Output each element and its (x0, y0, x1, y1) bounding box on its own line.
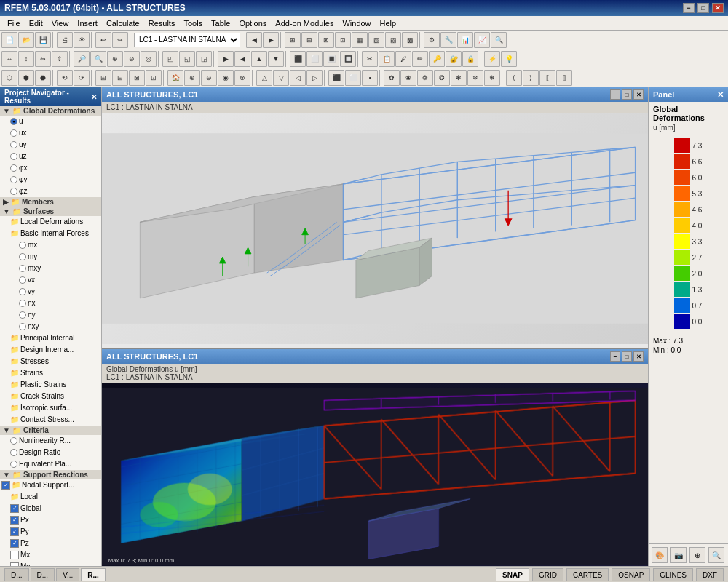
tb3-4[interactable]: ⟲ (57, 70, 73, 86)
tb-b4[interactable]: ⊡ (335, 32, 351, 48)
radio-u[interactable]: ● (10, 118, 17, 125)
tb2-5[interactable]: 🔎 (74, 51, 90, 67)
tb-c5[interactable]: 🔍 (491, 32, 507, 48)
nav-item-u[interactable]: ● u (0, 116, 101, 127)
tb3-6[interactable]: ⊞ (95, 70, 111, 86)
tb-b8[interactable]: ▩ (402, 32, 418, 48)
nav-item-nodal-support[interactable]: ✓ 📁 Nodal Support... (0, 479, 101, 491)
tb3-1[interactable]: ⬡ (1, 70, 17, 86)
tb3-30[interactable]: ⟩ (523, 70, 539, 86)
nav-item-local-def[interactable]: 📁 Local Deformations (0, 216, 101, 228)
menu-tools[interactable]: Tools (179, 16, 207, 31)
nav-item-nxy[interactable]: nxy (0, 321, 101, 332)
nav-item-my[interactable]: my (0, 251, 101, 263)
tb2-29[interactable]: 💡 (501, 51, 517, 67)
tb-c3[interactable]: 📊 (457, 32, 473, 48)
nav-item-contact[interactable]: 📁 Contact Stress... (0, 414, 101, 426)
panel-btn-3[interactable]: ⊕ (689, 547, 705, 563)
panel-btn-zoom[interactable]: 🔍 (708, 547, 724, 563)
tb-b3[interactable]: ⊠ (318, 32, 334, 48)
nav-item-basic-internal[interactable]: 📁 Basic Internal Forces (0, 228, 101, 239)
tb-undo[interactable]: ↩ (95, 32, 111, 48)
nav-section-support[interactable]: ▼ 📁 Support Reactions (0, 470, 101, 479)
nav-item-mxy[interactable]: mxy (0, 263, 101, 274)
tb-open[interactable]: 📂 (18, 32, 34, 48)
radio-mxy[interactable] (19, 265, 26, 272)
nav-section-surfaces[interactable]: ▼ 📁 Surfaces (0, 207, 101, 216)
tb2-17[interactable]: ⬛ (290, 51, 306, 67)
status-cartes[interactable]: CARTES (566, 568, 609, 581)
tb-print[interactable]: 🖨 (57, 32, 73, 48)
check-global[interactable]: ✓ (10, 504, 19, 513)
nav-item-ny[interactable]: ny (0, 309, 101, 321)
nav-item-my2[interactable]: My (0, 561, 101, 566)
tb3-7[interactable]: ⊟ (112, 70, 128, 86)
tb2-8[interactable]: ⊖ (124, 51, 140, 67)
tb3-16[interactable]: ▽ (273, 70, 289, 86)
nav-item-py[interactable]: ✓ Py (0, 526, 101, 538)
tb2-19[interactable]: 🔳 (323, 51, 339, 67)
tb3-11[interactable]: ⊕ (184, 70, 200, 86)
nav-item-uz[interactable]: uz (0, 151, 101, 162)
tb2-13[interactable]: ▶ (218, 51, 234, 67)
nav-item-vy[interactable]: vy (0, 286, 101, 298)
nav-item-vx[interactable]: vx (0, 274, 101, 286)
tb2-26[interactable]: 🔐 (446, 51, 462, 67)
close-button[interactable]: ✕ (712, 3, 724, 13)
check-pz[interactable]: ✓ (10, 539, 19, 548)
menu-view[interactable]: View (47, 16, 74, 31)
tb-c2[interactable]: 🔧 (440, 32, 456, 48)
tb3-29[interactable]: ⟨ (506, 70, 522, 86)
tb-redo[interactable]: ↪ (112, 32, 128, 48)
status-dxf[interactable]: DXF (696, 568, 724, 581)
tb2-25[interactable]: 🔑 (429, 51, 445, 67)
tb2-10[interactable]: ◰ (162, 51, 178, 67)
tb3-10[interactable]: 🏠 (167, 70, 183, 86)
tb3-9[interactable]: ⊡ (146, 70, 162, 86)
radio-phix[interactable] (10, 164, 17, 172)
radio-phiz[interactable] (10, 188, 17, 195)
tb3-17[interactable]: ◁ (290, 70, 306, 86)
check-my[interactable] (10, 562, 19, 566)
radio-nx[interactable] (19, 300, 26, 307)
view-top-canvas[interactable] (102, 113, 648, 344)
panel-btn-1[interactable]: 🎨 (652, 547, 668, 563)
tb2-7[interactable]: ⊕ (107, 51, 123, 67)
check-nodal[interactable]: ✓ (1, 481, 10, 490)
nav-item-principal[interactable]: 📁 Principal Internal (0, 332, 101, 344)
nav-item-nonlinearity[interactable]: Nonlinearity R... (0, 435, 101, 447)
nav-item-phiy[interactable]: φy (0, 174, 101, 186)
view-bottom-close[interactable]: ✕ (633, 351, 644, 362)
minimize-button[interactable]: − (683, 3, 695, 13)
tb2-6[interactable]: 🔍 (90, 51, 106, 67)
radio-phiy[interactable] (10, 176, 17, 183)
tb2-28[interactable]: ⚡ (484, 51, 500, 67)
tb2-21[interactable]: ✂ (362, 51, 378, 67)
tb2-18[interactable]: ⬜ (306, 51, 323, 67)
radio-ny[interactable] (19, 311, 26, 319)
tb2-11[interactable]: ◱ (179, 51, 195, 67)
tb3-24[interactable]: ❁ (417, 70, 433, 86)
tb2-27[interactable]: 🔒 (462, 51, 478, 67)
radio-uy[interactable] (10, 141, 17, 148)
tb3-14[interactable]: ⊗ (234, 70, 250, 86)
status-tab-d2[interactable]: D... (31, 568, 55, 581)
nav-item-equiv-plastic[interactable]: Equivalent Pla... (0, 458, 101, 470)
tb-b5[interactable]: ▦ (352, 32, 368, 48)
nav-item-strains[interactable]: 📁 Strains (0, 367, 101, 379)
tb3-19[interactable]: ⬛ (328, 70, 344, 86)
radio-equiv[interactable] (10, 461, 17, 468)
tb-prev-lc[interactable]: ◀ (246, 32, 262, 48)
tb2-22[interactable]: 📋 (379, 51, 395, 67)
radio-nxy[interactable] (19, 323, 26, 330)
navigator-close[interactable]: ✕ (91, 93, 97, 101)
status-tab-v[interactable]: V... (56, 568, 79, 581)
menu-file[interactable]: File (3, 16, 25, 31)
nav-item-mx2[interactable]: Mx (0, 549, 101, 561)
view-top-maximize[interactable]: □ (622, 89, 632, 100)
menu-results[interactable]: Results (144, 16, 180, 31)
tb3-18[interactable]: ▷ (306, 70, 323, 86)
status-osnap[interactable]: OSNAP (612, 568, 650, 581)
tb2-1[interactable]: ↔ (1, 51, 17, 67)
tb2-24[interactable]: ✏ (412, 51, 428, 67)
